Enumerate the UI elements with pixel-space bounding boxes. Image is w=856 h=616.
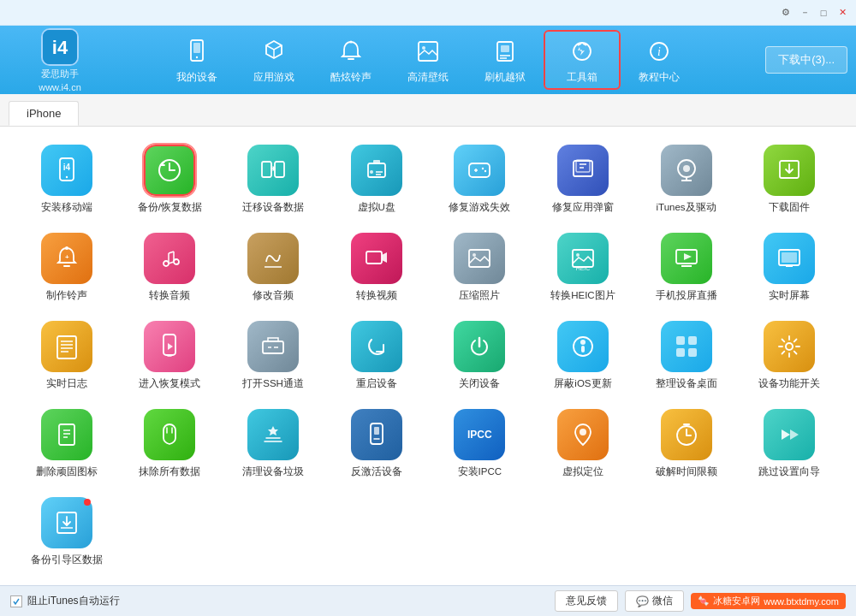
tool-item-ssh-tunnel[interactable]: 打开SSH通道 [223, 316, 323, 395]
tool-item-reboot-device[interactable]: 重启设备 [327, 316, 426, 395]
ringtone-label: 酷炫铃声 [330, 70, 372, 85]
tool-item-convert-heic[interactable]: HEIC转换HEIC图片 [533, 228, 633, 307]
tool-item-itunes-driver[interactable]: iTunes及驱动 [637, 139, 736, 219]
screen-cast-icon [661, 233, 712, 284]
svg-point-40 [65, 246, 68, 250]
itunes-checkbox[interactable] [10, 595, 22, 607]
nav-item-jailbreak[interactable]: 刷机越狱 [467, 30, 544, 90]
feedback-button[interactable]: 意见反馈 [555, 590, 618, 612]
logo-url: www.i4.cn [39, 82, 81, 92]
iphone-tab[interactable]: iPhone [9, 101, 79, 126]
svg-point-43 [174, 259, 179, 264]
svg-rect-78 [59, 424, 74, 445]
nav-item-wallpaper[interactable]: 高清壁纸 [389, 30, 467, 90]
compress-photo-icon [454, 233, 505, 284]
screen-cast-label: 手机投屏直播 [656, 289, 717, 302]
convert-video-icon [351, 233, 402, 284]
edit-audio-icon [247, 233, 299, 284]
tutorial-label: 教程中心 [639, 70, 680, 85]
shutdown-device-icon [454, 321, 505, 372]
tool-item-convert-audio[interactable]: 转换音频 [121, 228, 220, 307]
svg-text:+: + [65, 253, 69, 261]
nav-item-app-games[interactable]: 应用游戏 [235, 30, 312, 90]
tool-item-erase-all-data[interactable]: 抹除所有数据 [121, 404, 220, 483]
bottombar: 阻止iTunes自动运行 意见反馈 💬 微信 🍬 冰糖安卓网 www.btxtd… [0, 585, 856, 616]
svg-point-71 [580, 340, 586, 345]
tool-item-compress-photo[interactable]: 压缩照片 [431, 228, 530, 307]
remove-stubborn-icon-icon [41, 409, 92, 460]
nav-item-my-device[interactable]: 我的设备 [158, 30, 235, 90]
tool-item-break-time-limit[interactable]: 破解时间限额 [637, 404, 736, 483]
tool-item-fake-location[interactable]: 虚拟定位 [533, 404, 633, 483]
tool-item-migrate-data[interactable]: 迁移设备数据 [223, 139, 323, 219]
svg-rect-19 [275, 162, 284, 177]
download-button[interactable]: 下载中(3)... [765, 46, 847, 74]
tool-item-deactivate[interactable]: 反激活设备 [327, 404, 426, 483]
restore-icon[interactable]: □ [817, 6, 830, 20]
tool-item-install-ipcc[interactable]: IPCC安装IPCC [431, 404, 530, 483]
tool-item-edit-audio[interactable]: 修改音频 [223, 228, 323, 307]
toolbox-icon [567, 36, 597, 67]
tool-item-remove-stubborn-icon[interactable]: 删除顽固图标 [17, 404, 116, 483]
tool-item-backup-restore[interactable]: 备份/恢复数据 [121, 139, 220, 219]
itunes-label: 阻止iTunes自动运行 [27, 594, 120, 608]
tool-item-fix-popup[interactable]: 修复应用弹窗 [533, 139, 633, 219]
backup-restore-label: 备份/恢复数据 [138, 201, 202, 214]
organize-desktop-icon [661, 321, 712, 372]
svg-text:i4: i4 [63, 163, 71, 172]
brand-url: www.btxtdmy.com [764, 596, 839, 607]
svg-rect-84 [374, 427, 379, 435]
download-firmware-icon [764, 145, 815, 196]
svg-rect-58 [782, 252, 797, 263]
svg-rect-67 [263, 341, 283, 353]
settings-icon[interactable]: ⚙ [779, 6, 793, 20]
titlebar: ⚙ － □ ✕ [0, 0, 856, 26]
itunes-driver-label: iTunes及驱动 [657, 201, 716, 214]
svg-text:i: i [657, 45, 661, 58]
tool-item-convert-video[interactable]: 转换视频 [327, 228, 426, 307]
device-functions-label: 设备功能开关 [758, 377, 820, 390]
make-ringtone-icon: + [41, 233, 92, 284]
block-ios-update-icon [557, 321, 609, 372]
app-games-icon [259, 36, 289, 67]
tool-item-realtime-screen[interactable]: 实时屏幕 [740, 228, 839, 307]
realtime-log-icon [41, 321, 92, 372]
tool-item-device-functions[interactable]: 设备功能开关 [740, 316, 839, 395]
tutorial-icon: i [644, 36, 675, 67]
svg-point-29 [484, 170, 486, 172]
tool-item-shutdown-device[interactable]: 关闭设备 [431, 316, 530, 395]
close-icon[interactable]: ✕ [835, 6, 849, 20]
tool-item-backup-guide-data[interactable]: 备份引导区数据 [17, 492, 116, 572]
tool-item-fix-game[interactable]: 修复游戏失效 [431, 139, 530, 219]
realtime-screen-icon [764, 233, 815, 284]
nav-item-tutorial[interactable]: i教程中心 [621, 30, 698, 90]
nav-right: 下载中(3)... [745, 46, 847, 74]
svg-rect-60 [57, 336, 76, 358]
svg-rect-7 [419, 42, 437, 61]
tool-item-organize-desktop[interactable]: 整理设备桌面 [637, 316, 736, 395]
tool-item-download-firmware[interactable]: 下载固件 [740, 139, 839, 219]
brand-badge: 🍬 冰糖安卓网 www.btxtdmy.com [691, 593, 846, 609]
tool-item-recovery-mode[interactable]: 进入恢复模式 [121, 316, 220, 395]
tool-item-install-app[interactable]: i4安装移动端 [17, 139, 116, 219]
svg-text:HEIC: HEIC [576, 265, 591, 271]
tool-item-skip-setup[interactable]: 跳过设置向导 [740, 404, 839, 483]
wechat-button[interactable]: 💬 微信 [625, 590, 684, 612]
svg-point-42 [163, 261, 169, 266]
tool-item-clean-junk[interactable]: 清理设备垃圾 [223, 404, 323, 483]
tool-item-make-ringtone[interactable]: +制作铃声 [17, 228, 116, 307]
fix-popup-label: 修复应用弹窗 [552, 201, 614, 214]
svg-point-22 [370, 170, 373, 174]
bottom-left: 阻止iTunes自动运行 [10, 594, 120, 608]
edit-audio-label: 修改音频 [253, 289, 294, 302]
recovery-mode-icon [144, 321, 195, 372]
tool-item-virtual-udisk[interactable]: 虚拟U盘 [327, 139, 426, 219]
tool-item-realtime-log[interactable]: 实时日志 [17, 316, 116, 395]
nav-item-toolbox[interactable]: 工具箱 [544, 30, 621, 90]
tool-item-screen-cast[interactable]: 手机投屏直播 [637, 228, 736, 307]
nav-item-ringtone[interactable]: 酷炫铃声 [312, 30, 389, 90]
organize-desktop-label: 整理设备桌面 [656, 377, 717, 390]
clean-junk-icon [247, 409, 299, 460]
tool-item-block-ios-update[interactable]: 屏蔽iOS更新 [533, 316, 633, 395]
minimize-icon[interactable]: － [798, 6, 811, 20]
